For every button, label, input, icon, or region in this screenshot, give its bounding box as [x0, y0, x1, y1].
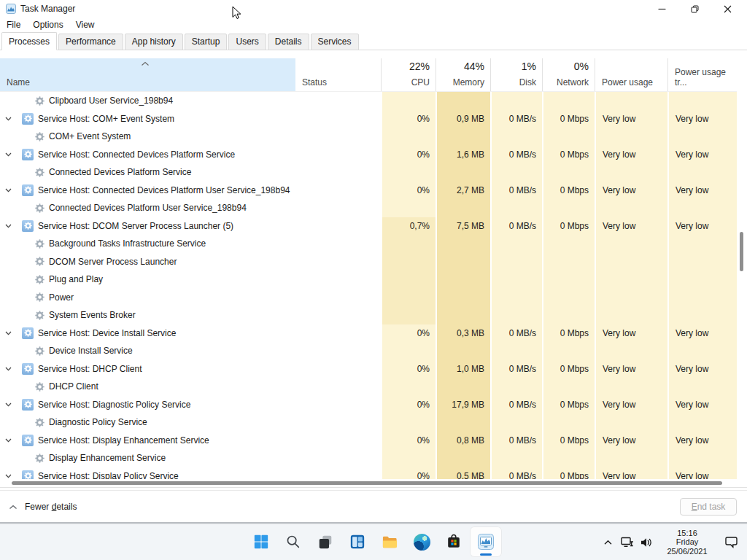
tab-startup[interactable]: Startup: [185, 34, 228, 50]
status-cell: [295, 378, 381, 396]
chevron-down-icon[interactable]: [5, 188, 14, 192]
chevron-down-icon[interactable]: [5, 331, 14, 335]
memory-cell: [436, 163, 490, 182]
process-row[interactable]: Connected Devices Platform Service: [0, 163, 737, 182]
process-row[interactable]: Service Host: Display Policy Service 0% …: [0, 467, 737, 480]
column-header-power-usage[interactable]: Power usage: [595, 58, 667, 91]
network-cell: [542, 342, 595, 360]
column-header-power-usage-trend[interactable]: Power usage tr...: [667, 58, 737, 91]
menu-options[interactable]: Options: [33, 20, 63, 30]
power-usage-trend-cell: [667, 92, 737, 110]
process-row[interactable]: Connected Devices Platform User Service_…: [0, 199, 737, 217]
status-cell: [295, 271, 381, 289]
task-manager-app-icon: [6, 4, 16, 14]
process-row[interactable]: Service Host: COM+ Event System 0% 0,9 M…: [0, 110, 737, 128]
chevron-down-icon[interactable]: [5, 474, 14, 478]
network-tray-button[interactable]: [621, 537, 634, 548]
process-name: Service Host: DHCP Client: [38, 364, 142, 374]
chevron-down-icon[interactable]: [5, 402, 14, 407]
process-row[interactable]: Diagnostic Policy Service: [0, 413, 737, 432]
tab-app-history[interactable]: App history: [125, 34, 183, 50]
horizontal-scrollbar[interactable]: [0, 479, 747, 488]
power-usage-cell: [595, 92, 667, 110]
column-header-disk[interactable]: 1% Disk: [490, 58, 542, 91]
column-header-name[interactable]: Name: [0, 58, 295, 91]
process-name-cell: Service Host: Display Policy Service: [0, 467, 295, 480]
process-row[interactable]: Clipboard User Service_198b94: [0, 92, 737, 110]
restore-button[interactable]: [678, 0, 711, 18]
process-row[interactable]: Service Host: Device Install Service 0% …: [0, 324, 737, 343]
process-gear-icon: [22, 363, 34, 375]
widgets-button[interactable]: [341, 526, 374, 557]
chevron-down-icon[interactable]: [5, 224, 14, 228]
tab-users[interactable]: Users: [228, 34, 266, 50]
vertical-scrollbar-thumb[interactable]: [740, 232, 743, 271]
footer-bar: Fewer details End task: [0, 490, 747, 523]
tray-overflow-button[interactable]: [603, 539, 613, 545]
memory-cell: [436, 449, 490, 467]
process-name-cell: Connected Devices Platform Service: [0, 163, 295, 182]
process-row[interactable]: Plug and Play: [0, 271, 737, 289]
close-button[interactable]: [711, 0, 744, 18]
task-manager-window: Task Manager FileOptionsView ProcessesPe…: [0, 0, 747, 522]
tab-details[interactable]: Details: [268, 34, 309, 50]
column-header-network[interactable]: 0% Network: [542, 58, 595, 91]
process-row[interactable]: Service Host: DHCP Client 0% 1,0 MB 0 MB…: [0, 360, 737, 378]
chevron-down-icon[interactable]: [5, 117, 14, 121]
process-row[interactable]: Service Host: Connected Devices Platform…: [0, 146, 737, 164]
end-task-button[interactable]: End task: [680, 498, 737, 516]
process-row[interactable]: Power: [0, 289, 737, 307]
memory-cell: 7,5 MB: [436, 217, 490, 236]
network-cell: 0 Mbps: [542, 432, 595, 450]
file-explorer-button[interactable]: [374, 526, 406, 557]
process-row[interactable]: Background Tasks Infrastructure Service: [0, 235, 737, 253]
process-row[interactable]: DHCP Client: [0, 378, 737, 396]
process-name-cell: Service Host: Diagnostic Policy Service: [0, 396, 295, 414]
task-view-button[interactable]: [309, 526, 341, 557]
chevron-down-icon[interactable]: [5, 438, 14, 443]
process-row[interactable]: Service Host: Display Enhancement Servic…: [0, 432, 737, 450]
tab-processes[interactable]: Processes: [1, 32, 57, 50]
tab-performance[interactable]: Performance: [58, 34, 123, 50]
chevron-down-icon[interactable]: [5, 367, 14, 371]
process-name-cell: Display Enhancement Service: [0, 449, 295, 467]
process-row[interactable]: Service Host: DCOM Server Process Launch…: [0, 217, 737, 236]
process-row[interactable]: DCOM Server Process Launcher: [0, 253, 737, 271]
minimize-button[interactable]: [646, 0, 678, 18]
process-row[interactable]: Service Host: Diagnostic Policy Service …: [0, 396, 737, 414]
microsoft-store-button[interactable]: [438, 526, 470, 557]
taskbar-clock[interactable]: 15:16 Friday 25/06/2021: [665, 529, 710, 556]
cpu-cell: [381, 271, 436, 289]
search-button[interactable]: [277, 526, 309, 557]
process-row[interactable]: Device Install Service: [0, 342, 737, 360]
process-row[interactable]: Service Host: Connected Devices Platform…: [0, 182, 737, 200]
menu-file[interactable]: File: [7, 20, 20, 30]
status-cell: [295, 342, 381, 360]
status-cell: [295, 432, 381, 450]
cpu-cell: 0%: [381, 432, 436, 450]
process-row[interactable]: COM+ Event System: [0, 128, 737, 146]
column-header-memory[interactable]: 44% Memory: [436, 58, 490, 91]
process-name: Service Host: COM+ Event System: [38, 114, 174, 124]
status-cell: [295, 467, 381, 480]
network-cell: [542, 235, 595, 253]
column-header-cpu[interactable]: 22% CPU: [381, 58, 436, 91]
fewer-details-button[interactable]: Fewer details: [9, 502, 77, 512]
process-gear-icon: [22, 470, 34, 479]
task-manager-taskbar-button[interactable]: [470, 526, 502, 557]
chevron-down-icon[interactable]: [5, 152, 14, 157]
process-name-cell: DCOM Server Process Launcher: [0, 253, 295, 271]
column-header-status[interactable]: Status: [295, 58, 381, 91]
menu-view[interactable]: View: [76, 20, 95, 30]
start-button[interactable]: [245, 526, 277, 557]
process-row[interactable]: Display Enhancement Service: [0, 449, 737, 467]
vertical-scrollbar[interactable]: [737, 91, 747, 478]
notification-center-button[interactable]: [724, 536, 738, 548]
edge-button[interactable]: [406, 526, 438, 557]
process-row[interactable]: System Events Broker: [0, 306, 737, 324]
horizontal-scrollbar-thumb[interactable]: [12, 481, 722, 485]
tab-services[interactable]: Services: [311, 34, 359, 50]
volume-tray-button[interactable]: [640, 537, 653, 548]
power-usage-cell: [595, 271, 667, 289]
process-name-cell: Clipboard User Service_198b94: [0, 92, 295, 110]
